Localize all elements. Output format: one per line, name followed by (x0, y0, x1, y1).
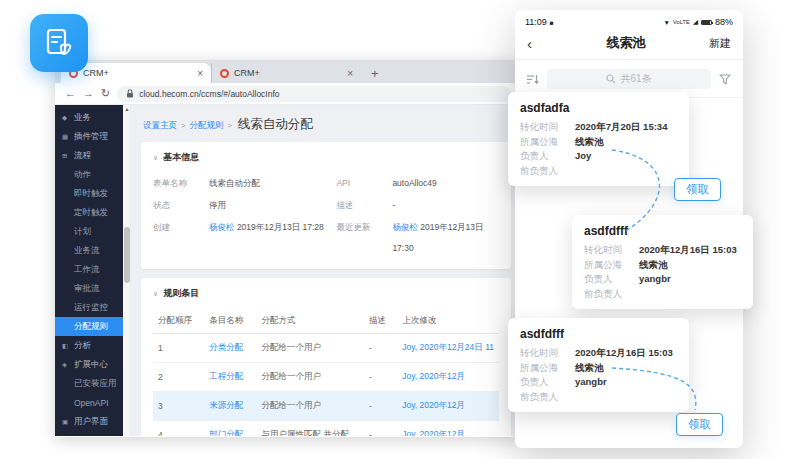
breadcrumb-separator: > (227, 121, 231, 130)
battery-percent: 88% (715, 17, 733, 27)
rules-table: 分配顺序 条目名称 分配方式 描述 上次修改 1 分类分配 分配给一个用户 - (153, 309, 499, 436)
crm-favicon (220, 69, 229, 78)
url-bar[interactable]: cloud.hecom.cn/ccms/#/autoAllocInfo (117, 86, 511, 102)
field-description: 描述 - (336, 195, 499, 216)
url-text: cloud.hecom.cn/ccms/#/autoAllocInfo (139, 89, 279, 99)
sidebar-item-allocation-rules[interactable]: 分配规则 (55, 317, 123, 336)
sidebar-item-instant-trigger[interactable]: 即时触发 (55, 184, 123, 203)
col-order: 分配顺序 (153, 309, 204, 334)
rule-items-panel: ∨ 规则条目 分配顺序 条目名称 分配方式 描述 上次修改 (141, 278, 511, 436)
sidebar-item-action[interactable]: 动作 (55, 165, 123, 184)
rule-items-header[interactable]: ∨ 规则条目 (153, 287, 499, 300)
breadcrumb-settings-home[interactable]: 设置主页 (143, 120, 177, 132)
sidebar-scrollbar[interactable]: ▲ (123, 105, 131, 436)
back-chevron-icon[interactable]: ‹ (527, 36, 547, 51)
sidebar-item-user-interface[interactable]: ▣用户界面 (55, 412, 123, 431)
search-input[interactable]: 共61条 (547, 69, 711, 89)
field-api: API autoAlloc49 (336, 173, 499, 194)
sort-icon[interactable] (527, 74, 539, 85)
rule-link[interactable]: 来源分配 (209, 400, 243, 410)
tab-close-icon[interactable]: × (197, 68, 203, 79)
browser-tabstrip: CRM+ × CRM+ × + (55, 60, 521, 83)
lead-title: asdfdfff (520, 327, 677, 341)
field-created: 创建 杨俊松 2019年12月13日 17:28 (153, 217, 336, 259)
tab-title: CRM+ (234, 68, 342, 78)
screenshot-icon: ■ (550, 19, 554, 26)
table-header-row: 分配顺序 条目名称 分配方式 描述 上次修改 (153, 309, 499, 334)
new-tab-button[interactable]: + (371, 66, 379, 83)
rule-link[interactable]: 工程分配 (209, 371, 243, 381)
sidebar-item-monitor[interactable]: 运行监控 (55, 298, 123, 317)
plugin-icon: ▦ (62, 133, 70, 141)
scrollbar-thumb[interactable] (124, 227, 130, 283)
sidebar-item-plan[interactable]: 计划 (55, 222, 123, 241)
lead-card[interactable]: asdfdfff 转化时间2020年12月16日 15:03 所属公海线索池 负… (572, 215, 753, 309)
sidebar-item-installed-apps[interactable]: 已安装应用 (55, 374, 123, 393)
updated-user-link[interactable]: 杨俊松 (392, 222, 418, 232)
search-icon (606, 74, 616, 84)
lead-card[interactable]: asdfdfff 转化时间2020年12月16日 15:03 所属公海线索池 负… (508, 318, 689, 412)
breadcrumb-separator: > (181, 121, 185, 130)
sidebar-item-timed-trigger[interactable]: 定时触发 (55, 203, 123, 222)
main-content: 设置主页 > 分配规则 > 线索自动分配 ∨ 基本信息 表单名称 线索自动分配 (131, 105, 521, 436)
table-row[interactable]: 2 工程分配 分配给一个用户 - Joy, 2020年12月 (153, 363, 499, 392)
crm-sidebar: ◆业务 ▦插件管理 ⊞流程 动作 即时触发 定时触发 计划 业务流 工作流 审批… (55, 105, 123, 436)
filter-icon[interactable] (719, 74, 731, 85)
lead-title: asdfdfff (584, 224, 741, 238)
signal-icon: ◢ (693, 18, 698, 26)
phone-navbar: ‹ 线索池 新建 (515, 30, 743, 60)
app-logo-badge (30, 14, 88, 72)
sidebar-item-analysis[interactable]: ◧分析 (55, 336, 123, 355)
col-desc: 描述 (364, 309, 397, 334)
tab-title: CRM+ (83, 68, 192, 78)
basic-info-panel: ∨ 基本信息 表单名称 线索自动分配 API autoAlloc49 状态 停用 (141, 142, 511, 269)
flow-icon: ⊞ (62, 152, 70, 160)
rule-items-title: 规则条目 (163, 287, 199, 300)
table-row[interactable]: 4 部门分配 与用户属性匹配 并分配 - Joy, 2020年12月 (153, 421, 499, 437)
basic-info-header[interactable]: ∨ 基本信息 (153, 151, 499, 164)
phone-statusbar: 11:09 ■ ▼ VoLTE ◢ 88% (515, 10, 743, 30)
col-method: 分配方式 (257, 309, 364, 334)
chart-icon: ◧ (62, 342, 70, 350)
browser-tab-inactive[interactable]: CRM+ × (211, 63, 361, 83)
back-icon[interactable]: ← (65, 88, 76, 99)
reload-icon[interactable]: ↻ (101, 88, 110, 99)
sidebar-item-business[interactable]: ◆业务 (55, 108, 123, 127)
created-user-link[interactable]: 杨俊松 (209, 222, 235, 232)
breadcrumb-allocation-rules[interactable]: 分配规则 (189, 120, 223, 132)
forward-icon[interactable]: → (83, 88, 94, 99)
rule-link[interactable]: 部门分配 (209, 429, 243, 436)
lock-icon (126, 89, 134, 98)
table-row-selected[interactable]: 3 来源分配 分配给一个用户 - Joy, 2020年12月 (153, 392, 499, 421)
scroll-up-icon[interactable]: ▲ (123, 105, 131, 113)
browser-window: CRM+ × CRM+ × + ← → ↻ cloud.hecom.cn/ccm… (55, 60, 521, 437)
sidebar-item-workflow[interactable]: 工作流 (55, 260, 123, 279)
chevron-down-icon[interactable]: ∨ (153, 154, 158, 162)
col-modified: 上次修改 (397, 309, 499, 334)
claim-button[interactable]: 领取 (674, 178, 721, 201)
claim-button[interactable]: 领取 (676, 413, 723, 436)
phone-page-title: 线索池 (547, 34, 705, 52)
ui-icon: ▣ (62, 418, 70, 426)
tab-close-icon[interactable]: × (347, 68, 353, 79)
search-placeholder: 共61条 (620, 72, 651, 86)
basic-info-title: 基本信息 (163, 151, 199, 164)
col-name: 条目名称 (204, 309, 256, 334)
lead-card[interactable]: asdfadfa 转化时间2020年7月20日 15:34 所属公海线索池 负责… (508, 92, 689, 186)
sidebar-item-process[interactable]: ⊞流程 (55, 146, 123, 165)
sidebar-item-approval-flow[interactable]: 审批流 (55, 279, 123, 298)
chevron-down-icon[interactable]: ∨ (153, 290, 158, 298)
field-status: 状态 停用 (153, 195, 336, 216)
sidebar-item-plugins[interactable]: ▦插件管理 (55, 127, 123, 146)
field-updated: 最近更新 杨俊松 2019年12月13日 17:30 (336, 217, 499, 259)
sidebar-item-extension-center[interactable]: ◈扩展中心 (55, 355, 123, 374)
table-row[interactable]: 1 分类分配 分配给一个用户 - Joy, 2020年12月24日 11 (153, 334, 499, 363)
breadcrumb: 设置主页 > 分配规则 > 线索自动分配 (143, 116, 511, 133)
create-new-button[interactable]: 新建 (705, 36, 731, 51)
sidebar-item-business-flow[interactable]: 业务流 (55, 241, 123, 260)
business-icon: ◆ (62, 114, 70, 122)
document-tap-icon (42, 26, 76, 60)
sidebar-item-openapi[interactable]: OpenAPI (55, 393, 123, 412)
extension-icon: ◈ (62, 361, 70, 369)
rule-link[interactable]: 分类分配 (209, 342, 243, 352)
